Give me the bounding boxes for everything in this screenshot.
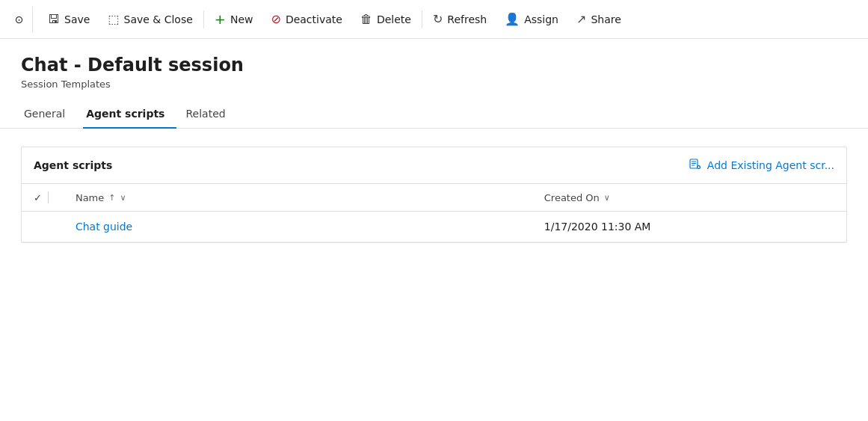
row-name-cell: Chat guide — [64, 212, 532, 242]
page-subtitle: Session Templates — [21, 79, 847, 90]
agent-scripts-table: ✓ Name ↑ ∨ Created On — [22, 184, 846, 242]
delete-button[interactable]: 🗑 Delete — [351, 6, 420, 33]
chat-guide-link[interactable]: Chat guide — [76, 221, 132, 233]
divider-2 — [422, 10, 422, 28]
add-existing-agent-button[interactable]: Add Existing Agent scr... — [689, 158, 834, 173]
toolbar: ⊙ 🖫 Save ⬚ Save & Close + New ⊘ Deactiva… — [0, 0, 868, 39]
section-title: Agent scripts — [34, 159, 112, 171]
check-column-header: ✓ — [22, 184, 64, 212]
add-existing-icon — [689, 158, 701, 173]
tabs-container: General Agent scripts Related — [0, 90, 868, 129]
tab-general[interactable]: General — [21, 102, 77, 129]
created-sort-icon: ∨ — [604, 193, 610, 203]
page-title: Chat - Default session — [21, 54, 847, 77]
row-created-cell: 1/17/2020 11:30 AM — [532, 212, 846, 242]
deactivate-label: Deactivate — [286, 13, 342, 25]
save-label: Save — [64, 13, 90, 25]
save-close-label: Save & Close — [124, 13, 193, 25]
table-row: Chat guide 1/17/2020 11:30 AM — [22, 212, 846, 242]
page-header: Chat - Default session Session Templates — [0, 39, 868, 90]
deactivate-button[interactable]: ⊘ Deactivate — [262, 6, 351, 33]
tab-related[interactable]: Related — [182, 102, 237, 129]
share-icon: ↗ — [576, 12, 586, 26]
save-button[interactable]: 🖫 Save — [39, 6, 99, 33]
row-check-cell[interactable] — [22, 212, 64, 242]
agent-scripts-section: Agent scripts Add Existing Agent scr... — [21, 147, 847, 243]
name-column-header[interactable]: Name ↑ ∨ — [64, 184, 532, 212]
sort-desc-icon: ∨ — [120, 193, 126, 203]
content-area: Agent scripts Add Existing Agent scr... — [0, 129, 868, 261]
back-button[interactable]: ⊙ — [6, 6, 33, 33]
col-divider — [48, 191, 49, 203]
new-label: New — [230, 13, 253, 25]
assign-label: Assign — [524, 13, 558, 25]
refresh-label: Refresh — [447, 13, 487, 25]
refresh-button[interactable]: ↻ Refresh — [424, 6, 496, 33]
assign-button[interactable]: 👤 Assign — [496, 6, 567, 33]
created-on-column-header[interactable]: Created On ∨ — [532, 184, 846, 212]
delete-label: Delete — [377, 13, 411, 25]
assign-icon: 👤 — [505, 12, 520, 26]
save-icon: 🖫 — [48, 12, 60, 26]
section-header: Agent scripts Add Existing Agent scr... — [22, 147, 846, 184]
tab-agent-scripts[interactable]: Agent scripts — [83, 102, 176, 129]
divider-1 — [203, 10, 204, 28]
back-icon: ⊙ — [15, 13, 24, 25]
table-header: ✓ Name ↑ ∨ Created On — [22, 184, 846, 212]
new-button[interactable]: + New — [206, 6, 262, 33]
check-icon[interactable]: ✓ — [34, 192, 42, 203]
share-label: Share — [591, 13, 621, 25]
delete-icon: 🗑 — [360, 12, 372, 26]
deactivate-icon: ⊘ — [271, 12, 280, 26]
refresh-icon: ↻ — [433, 12, 443, 26]
sort-asc-icon: ↑ — [108, 193, 115, 203]
add-existing-label: Add Existing Agent scr... — [707, 159, 834, 171]
new-icon: + — [215, 11, 226, 27]
save-close-button[interactable]: ⬚ Save & Close — [99, 6, 201, 33]
share-button[interactable]: ↗ Share — [567, 6, 630, 33]
save-close-icon: ⬚ — [108, 12, 119, 26]
